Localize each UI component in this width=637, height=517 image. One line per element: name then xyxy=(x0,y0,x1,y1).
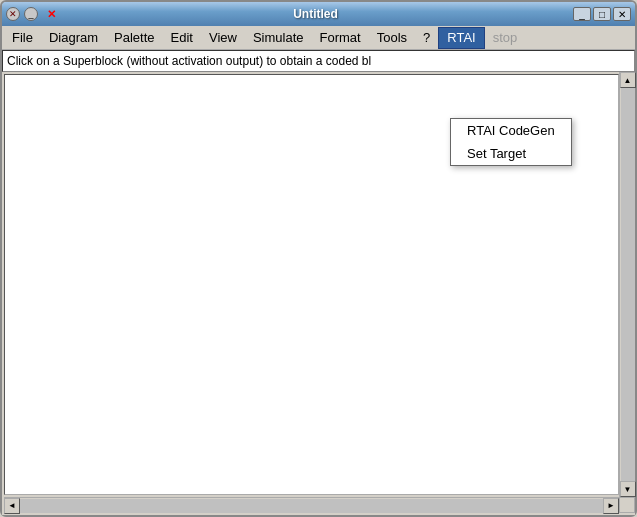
sys-maximize-icon: □ xyxy=(599,9,605,20)
canvas-container: ▲ ▼ RTAI CodeGen Set Target xyxy=(2,72,635,497)
status-text: Click on a Superblock (without activatio… xyxy=(7,54,371,68)
minimize-icon: _ xyxy=(28,9,33,19)
scroll-up-icon: ▲ xyxy=(624,76,632,85)
scroll-left-button[interactable]: ◄ xyxy=(4,498,20,514)
menu-rtai[interactable]: RTAI xyxy=(438,27,484,49)
minimize-button[interactable]: _ xyxy=(24,7,38,21)
dropdown-settarget[interactable]: Set Target xyxy=(451,142,571,165)
menu-tools[interactable]: Tools xyxy=(369,27,415,49)
menu-view[interactable]: View xyxy=(201,27,245,49)
dropdown-codegen[interactable]: RTAI CodeGen xyxy=(451,119,571,142)
menu-stop: stop xyxy=(485,27,526,49)
sys-close-icon: ✕ xyxy=(618,9,626,20)
bottom-area: ◄ ► xyxy=(2,497,635,515)
menu-simulate[interactable]: Simulate xyxy=(245,27,312,49)
close-button[interactable]: ✕ xyxy=(6,7,20,21)
sys-minimize-button[interactable]: _ xyxy=(573,7,591,21)
menu-edit[interactable]: Edit xyxy=(163,27,201,49)
scroll-down-icon: ▼ xyxy=(624,485,632,494)
scroll-left-icon: ◄ xyxy=(8,501,16,510)
scroll-track-vertical[interactable] xyxy=(621,88,635,481)
title-bar: ✕ _ ✕ Untitled _ □ ✕ xyxy=(2,2,635,26)
scroll-right-button[interactable]: ► xyxy=(603,498,619,514)
status-bar: Click on a Superblock (without activatio… xyxy=(2,50,635,72)
horizontal-scrollbar[interactable]: ◄ ► xyxy=(4,497,619,513)
scroll-track-horizontal[interactable] xyxy=(20,499,603,513)
window-controls: _ □ ✕ xyxy=(573,7,631,21)
sys-minimize-icon: _ xyxy=(579,9,585,20)
scroll-up-button[interactable]: ▲ xyxy=(620,72,636,88)
vertical-scrollbar[interactable]: ▲ ▼ xyxy=(619,72,635,497)
menu-bar: File Diagram Palette Edit View Simulate … xyxy=(2,26,635,50)
rtai-dropdown-menu: RTAI CodeGen Set Target xyxy=(450,118,572,166)
menu-palette[interactable]: Palette xyxy=(106,27,162,49)
window-title: Untitled xyxy=(62,7,569,21)
sys-maximize-button[interactable]: □ xyxy=(593,7,611,21)
app-icon: ✕ xyxy=(44,7,58,21)
sys-close-button[interactable]: ✕ xyxy=(613,7,631,21)
close-icon: ✕ xyxy=(9,9,17,19)
scroll-down-button[interactable]: ▼ xyxy=(620,481,636,497)
main-window: ✕ _ ✕ Untitled _ □ ✕ File Diagram Palett… xyxy=(0,0,637,517)
menu-file[interactable]: File xyxy=(4,27,41,49)
menu-diagram[interactable]: Diagram xyxy=(41,27,106,49)
scroll-right-icon: ► xyxy=(607,501,615,510)
menu-format[interactable]: Format xyxy=(312,27,369,49)
scrollbar-corner xyxy=(619,497,635,513)
menu-help[interactable]: ? xyxy=(415,27,438,49)
